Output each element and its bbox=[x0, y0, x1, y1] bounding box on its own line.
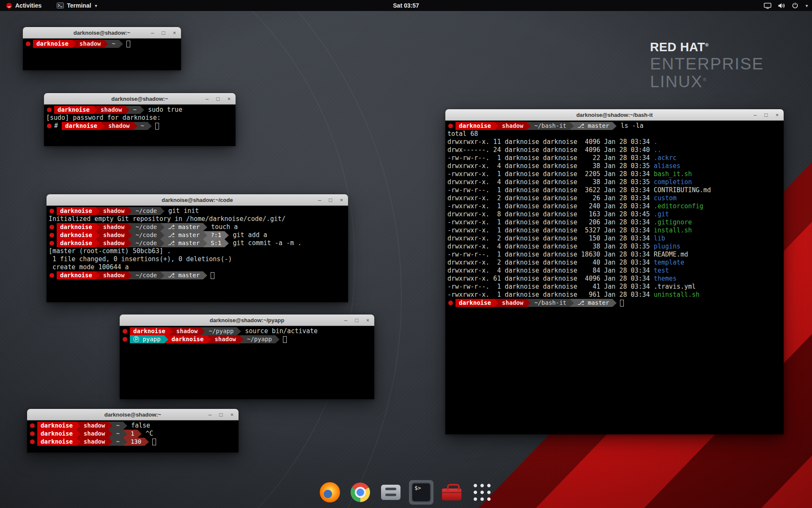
maximize-button[interactable]: □ bbox=[354, 317, 360, 323]
dock-item-chrome[interactable] bbox=[348, 480, 373, 505]
minimize-button[interactable]: – bbox=[149, 30, 156, 36]
prompt-segment-git: ⎇ master bbox=[165, 231, 203, 239]
minimize-button[interactable]: – bbox=[207, 411, 213, 418]
dock-item-firefox[interactable] bbox=[318, 480, 342, 505]
prompt-segment-path: ~ bbox=[108, 40, 118, 48]
terminal-body[interactable]: darknoiseshadow~/pyapp source bin/activa… bbox=[120, 326, 374, 399]
dock-item-toolbox[interactable] bbox=[439, 480, 464, 505]
terminal-body[interactable]: darknoiseshadow~/code git initInitialize… bbox=[47, 206, 348, 302]
powerline-separator-icon bbox=[137, 430, 142, 438]
powerline-separator-icon bbox=[160, 231, 165, 239]
window-controls: – □ × bbox=[343, 315, 371, 326]
window-titlebar[interactable]: darknoise@shadow:~/pyapp – □ × bbox=[120, 315, 374, 326]
chevron-down-icon[interactable]: ▾ bbox=[806, 3, 808, 8]
minimize-button[interactable]: – bbox=[343, 317, 349, 323]
minimize-button[interactable]: – bbox=[316, 197, 323, 203]
close-button[interactable]: × bbox=[365, 317, 371, 323]
window-titlebar[interactable]: darknoise@shadow:~/code – □ × bbox=[47, 194, 348, 206]
close-button[interactable]: × bbox=[774, 112, 780, 118]
redhat-prompt-icon bbox=[123, 337, 127, 342]
terminal-line: darknoiseshadow~ bbox=[25, 40, 179, 48]
maximize-button[interactable]: □ bbox=[327, 197, 334, 203]
terminal-text: install.sh bbox=[654, 226, 692, 235]
terminal-text: -rw-rw-r--. 1 darknoise darknoise 41 Jan… bbox=[447, 283, 654, 291]
power-icon[interactable] bbox=[792, 2, 798, 9]
prompt-segment-path: ~/pyapp bbox=[244, 335, 275, 343]
window-titlebar[interactable]: darknoise@shadow:~/bash-it – □ × bbox=[445, 109, 784, 121]
terminal-text: -rw-rw-r--. 1 darknoise darknoise 18630 … bbox=[447, 251, 654, 259]
redhat-prompt-icon bbox=[49, 233, 54, 237]
terminal-line: -rw-rw-r--. 1 darknoise darknoise 18630 … bbox=[447, 251, 782, 259]
clock[interactable]: Sat 03:57 bbox=[393, 0, 419, 11]
terminal-line: drwxrwxr-x. 61 darknoise darknoise 4096 … bbox=[447, 275, 782, 283]
prompt-segment-path: ~ bbox=[137, 122, 148, 130]
maximize-button[interactable]: □ bbox=[215, 96, 221, 102]
terminal-text: sudo true bbox=[144, 106, 182, 114]
prompt-segment-host: shadow bbox=[100, 271, 128, 279]
prompt-segment-host: shadow bbox=[97, 106, 126, 114]
terminal-text: drwxrwxr-x. 8 darknoise darknoise 163 Ja… bbox=[447, 210, 654, 218]
volume-icon[interactable] bbox=[778, 3, 785, 9]
terminal-line: drwxrwxr-x. 11 darknoise darknoise 4096 … bbox=[447, 138, 782, 146]
window-controls: – □ × bbox=[149, 28, 178, 38]
terminal-line: drwxrwxr-x. 4 darknoise darknoise 38 Jan… bbox=[447, 162, 782, 170]
chevron-down-icon: ▾ bbox=[95, 3, 97, 8]
app-menu-label: Terminal bbox=[67, 2, 91, 9]
powerline-separator-icon bbox=[612, 122, 617, 130]
terminal-text: template bbox=[654, 259, 684, 267]
close-button[interactable]: × bbox=[229, 411, 235, 418]
powerline-separator-icon bbox=[123, 430, 127, 438]
terminal-text: drwxrwxr-x. 4 darknoise darknoise 38 Jan… bbox=[447, 178, 654, 186]
window-titlebar[interactable]: darknoise@shadow:~ – □ × bbox=[44, 93, 236, 105]
dock-item-app-grid[interactable] bbox=[470, 480, 494, 505]
minimize-button[interactable]: – bbox=[204, 96, 210, 102]
redhat-prompt-icon bbox=[49, 209, 54, 213]
prompt-segment-user: darknoise bbox=[57, 239, 96, 247]
terminal-text: .git bbox=[654, 210, 669, 218]
maximize-button[interactable]: □ bbox=[763, 112, 769, 118]
terminal-body[interactable]: darknoiseshadow~ bbox=[23, 39, 181, 70]
dock-item-terminal[interactable]: $> bbox=[409, 480, 433, 505]
maximize-button[interactable]: □ bbox=[160, 30, 167, 36]
prompt-segment-path: ~/bash-it bbox=[531, 122, 570, 130]
dock: $> bbox=[318, 480, 494, 505]
powerline-separator-icon bbox=[203, 231, 207, 239]
window-title: darknoise@shadow:~/pyapp bbox=[210, 317, 284, 323]
terminal-text: drwxrwxr-x. 11 darknoise darknoise 4096 … bbox=[447, 138, 654, 146]
redhat-prompt-icon bbox=[49, 225, 54, 229]
terminal-text: drwxrwxr-x. 61 darknoise darknoise 4096 … bbox=[447, 275, 654, 283]
redhat-prompt-icon bbox=[47, 108, 52, 112]
firefox-icon bbox=[320, 482, 340, 502]
prompt-segment-user: darknoise bbox=[455, 299, 494, 307]
terminal-body[interactable]: darknoiseshadow~ sudo true[sudo] passwor… bbox=[44, 105, 236, 146]
powerline-separator-icon bbox=[237, 327, 241, 335]
window-controls: – □ × bbox=[204, 94, 232, 104]
activities-button[interactable]: Activities bbox=[4, 0, 43, 11]
terminal-text: ls -la bbox=[617, 122, 643, 130]
close-button[interactable]: × bbox=[338, 197, 345, 203]
prompt-segment-host: shadow bbox=[105, 122, 133, 130]
app-menu-button[interactable]: Terminal ▾ bbox=[55, 0, 99, 11]
powerline-separator-icon bbox=[123, 438, 127, 446]
powerline-separator-icon bbox=[96, 231, 100, 239]
terminal-line: drwxrwxr-x. 2 darknoise darknoise 40 Jan… bbox=[447, 259, 782, 267]
window-titlebar[interactable]: darknoise@shadow:~ – □ × bbox=[23, 27, 181, 39]
close-button[interactable]: × bbox=[171, 30, 178, 36]
terminal-cursor bbox=[620, 300, 624, 306]
prompt-segment-path: ~/bash-it bbox=[531, 299, 570, 307]
terminal-body[interactable]: darknoiseshadow~ falsedarknoiseshadow~1 … bbox=[27, 420, 239, 453]
dock-item-files[interactable] bbox=[379, 480, 403, 505]
powerline-separator-icon bbox=[160, 223, 165, 231]
close-button[interactable]: × bbox=[226, 96, 232, 102]
prompt-segment-path: ~/code bbox=[132, 223, 160, 231]
powerline-separator-icon bbox=[494, 299, 499, 307]
window-titlebar[interactable]: darknoise@shadow:~ – □ × bbox=[27, 409, 239, 420]
prompt-segment-path: ~/pyapp bbox=[205, 327, 237, 335]
display-icon[interactable] bbox=[764, 3, 771, 9]
minimize-button[interactable]: – bbox=[752, 112, 758, 118]
terminal-body[interactable]: darknoiseshadow~/bash-it⎇ master ls -lat… bbox=[445, 121, 784, 434]
maximize-button[interactable]: □ bbox=[218, 411, 224, 418]
terminal-line: -rwxrwxr-x. 1 darknoise darknoise 961 Ja… bbox=[447, 291, 782, 299]
redhat-prompt-icon bbox=[49, 273, 54, 278]
terminal-line: -rwxrwxr-x. 1 darknoise darknoise 2205 J… bbox=[447, 170, 782, 178]
